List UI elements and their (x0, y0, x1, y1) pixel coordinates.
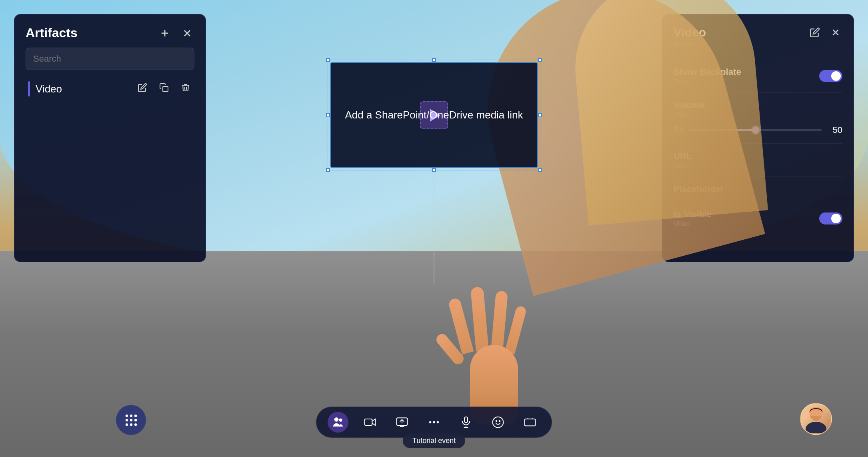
toolbar-more-button[interactable] (424, 412, 444, 433)
svg-point-27 (499, 421, 500, 422)
artifact-connector-line (434, 168, 434, 284)
svg-point-30 (806, 422, 826, 433)
search-input[interactable] (26, 48, 194, 70)
toolbar-phone-button[interactable] (520, 412, 540, 433)
close-properties-panel-button[interactable] (829, 26, 842, 39)
artifact-active-indicator (28, 81, 30, 96)
artifact-item-video: Video (26, 77, 194, 100)
svg-point-9 (130, 414, 132, 417)
toolbar-video-button[interactable] (360, 412, 380, 433)
toolbar-screenshare-button[interactable] (392, 412, 412, 433)
duplicate-artifact-button[interactable] (158, 81, 170, 96)
add-artifact-button[interactable] (158, 26, 172, 40)
resize-handle-bottom-left[interactable] (326, 168, 330, 172)
resize-handle-top-left[interactable] (326, 58, 330, 62)
close-artifacts-panel-button[interactable] (180, 26, 194, 40)
toolbar-mic-button[interactable] (456, 412, 476, 433)
svg-point-26 (496, 421, 497, 422)
artifacts-panel-header: Artifacts (26, 26, 194, 40)
svg-rect-19 (365, 419, 372, 425)
svg-point-25 (493, 417, 504, 428)
svg-rect-4 (163, 86, 168, 92)
is-visible-toggle[interactable] (819, 212, 842, 224)
toolbar-people-button[interactable] (328, 412, 348, 433)
svg-point-15 (130, 423, 132, 425)
resize-handle-top-right[interactable] (538, 58, 542, 62)
svg-point-10 (134, 414, 136, 417)
volume-value-display: 50 (828, 125, 842, 135)
artifacts-panel: Artifacts Video (14, 14, 206, 262)
svg-point-12 (130, 419, 132, 421)
toolbar-reaction-button[interactable] (488, 412, 508, 433)
svg-point-13 (134, 419, 136, 421)
edit-properties-button[interactable] (808, 26, 822, 39)
artifacts-panel-actions (158, 26, 194, 40)
svg-point-23 (437, 421, 439, 423)
resize-handle-middle-left[interactable] (326, 113, 330, 117)
svg-point-22 (433, 421, 435, 423)
toolbar-pill (316, 407, 552, 438)
svg-point-14 (125, 423, 128, 425)
grid-menu-button[interactable] (116, 405, 146, 435)
svg-point-11 (125, 419, 128, 421)
resize-handle-bottom-right[interactable] (538, 168, 542, 172)
resize-handle-bottom-middle[interactable] (432, 168, 436, 172)
svg-point-16 (134, 423, 136, 425)
svg-point-8 (125, 414, 128, 417)
delete-artifact-button[interactable] (179, 81, 192, 96)
user-avatar-button[interactable] (800, 403, 832, 435)
artifact-item-actions (136, 81, 192, 96)
artifact-item-name: Video (36, 83, 130, 95)
resize-handle-top-middle[interactable] (432, 58, 436, 62)
video-artifact-container[interactable]: Add a SharePoint/OneDrive media link (330, 62, 538, 168)
svg-point-17 (334, 417, 339, 422)
artifacts-panel-title: Artifacts (26, 26, 78, 40)
edit-artifact-button[interactable] (136, 81, 149, 96)
svg-point-21 (429, 421, 431, 423)
decorative-arch-2 (568, 0, 768, 226)
properties-header-actions (808, 26, 842, 39)
resize-handle-middle-right[interactable] (538, 113, 542, 117)
svg-point-18 (339, 419, 342, 422)
video-placeholder-text: Add a SharePoint/OneDrive media link (345, 109, 523, 121)
bottom-toolbar (316, 407, 552, 438)
show-backplate-toggle[interactable] (819, 70, 842, 82)
svg-rect-28 (525, 419, 536, 426)
